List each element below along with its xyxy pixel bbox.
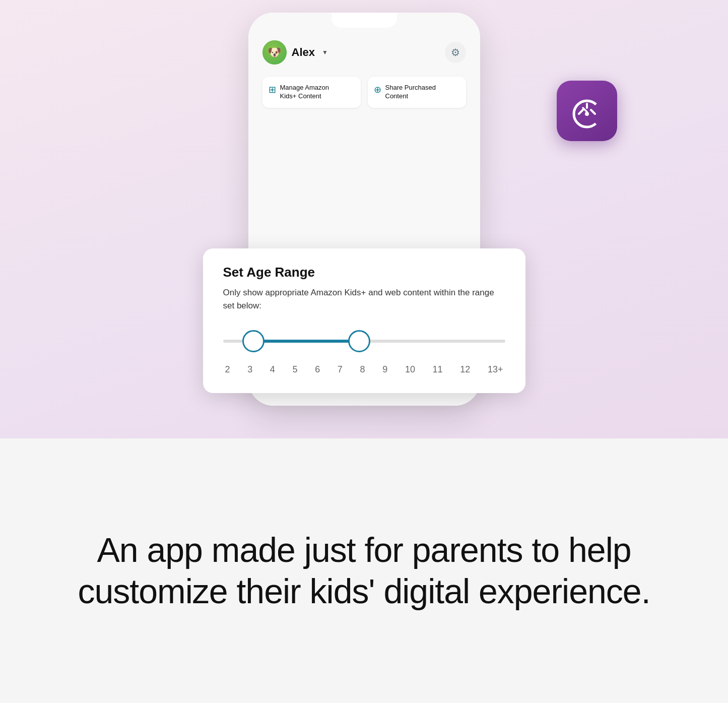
age-label-4: 4 xyxy=(270,364,275,375)
svg-line-1 xyxy=(579,110,583,114)
age-range-title: Set Age Range xyxy=(223,265,505,280)
profile-left: 🐶 Alex ▼ xyxy=(262,40,328,65)
action-buttons: ⊞ Manage AmazonKids+ Content ⊕ Share Pur… xyxy=(262,77,466,108)
headline-container: An app made just for parents to help cus… xyxy=(78,530,650,612)
age-range-card: Set Age Range Only show appropriate Amaz… xyxy=(203,248,525,393)
manage-icon: ⊞ xyxy=(269,84,276,95)
phone-notch xyxy=(332,13,397,28)
profile-name: Alex xyxy=(292,46,315,59)
age-label-5: 5 xyxy=(293,364,298,375)
bottom-section: An app made just for parents to help cus… xyxy=(0,438,728,703)
age-label-2: 2 xyxy=(225,364,230,375)
age-label-11: 11 xyxy=(433,364,443,375)
manage-kids-content-button[interactable]: ⊞ Manage AmazonKids+ Content xyxy=(262,77,361,108)
share-purchased-button[interactable]: ⊕ Share PurchasedContent xyxy=(368,77,466,108)
slider-thumb-min[interactable] xyxy=(242,330,264,352)
headline-text: An app made just for parents to help cus… xyxy=(78,530,650,612)
headline-line2: customize their kids' digital experience… xyxy=(78,572,650,610)
slider-thumb-max[interactable] xyxy=(348,330,370,352)
settings-icon: ⚙ xyxy=(451,46,460,58)
speedometer-icon xyxy=(569,93,605,129)
share-button-label: Share PurchasedContent xyxy=(385,84,436,101)
age-label-13plus: 13+ xyxy=(488,364,503,375)
age-label-10: 10 xyxy=(405,364,415,375)
share-icon: ⊕ xyxy=(374,84,381,95)
settings-button[interactable]: ⚙ xyxy=(445,42,466,63)
app-icon xyxy=(557,81,617,141)
manage-button-label: Manage AmazonKids+ Content xyxy=(280,84,329,101)
slider-labels: 2 3 4 5 6 7 8 9 10 11 12 13+ xyxy=(223,364,505,375)
slider-fill xyxy=(253,340,359,343)
age-label-12: 12 xyxy=(460,364,470,375)
avatar: 🐶 xyxy=(262,40,287,65)
headline-line1: An app made just for parents to help xyxy=(97,531,631,569)
age-label-9: 9 xyxy=(382,364,387,375)
age-label-8: 8 xyxy=(360,364,365,375)
age-label-3: 3 xyxy=(247,364,252,375)
age-label-7: 7 xyxy=(338,364,343,375)
age-range-description: Only show appropriate Amazon Kids+ and w… xyxy=(223,286,505,312)
profile-row: 🐶 Alex ▼ ⚙ xyxy=(262,40,466,65)
svg-line-3 xyxy=(591,110,595,114)
age-range-slider[interactable] xyxy=(223,326,505,356)
hero-section: 🐶 Alex ▼ ⚙ ⊞ Manage AmazonKids+ Content … xyxy=(0,0,728,438)
profile-dropdown-icon[interactable]: ▼ xyxy=(322,49,328,56)
age-label-6: 6 xyxy=(315,364,320,375)
avatar-image: 🐶 xyxy=(262,40,287,65)
